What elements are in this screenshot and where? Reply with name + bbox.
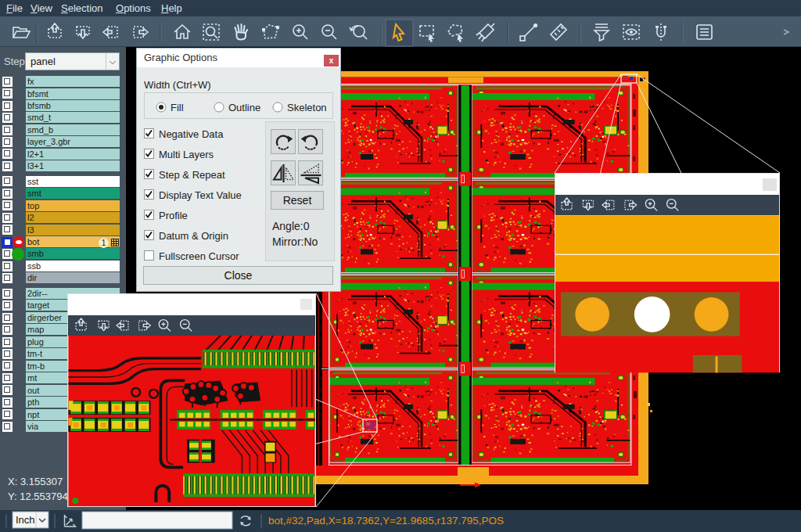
svg-text:Inch: Inch bbox=[16, 514, 35, 526]
svg-text:bot,#32,Pad,X=18.7362,Y=21.968: bot,#32,Pad,X=18.7362,Y=21.9685,r137.795… bbox=[268, 515, 504, 527]
